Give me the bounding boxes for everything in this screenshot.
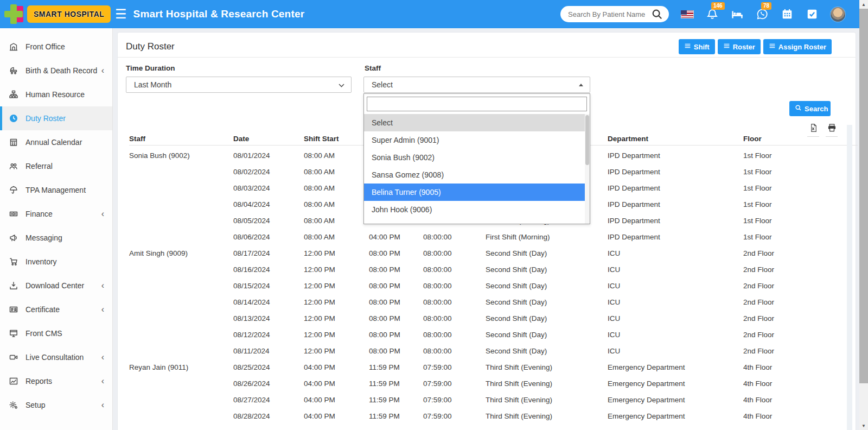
dropdown-scrollbar[interactable]	[585, 114, 590, 224]
table-cell: 08:00 PM	[369, 314, 423, 322]
sidebar-item-referral[interactable]: Referral	[0, 154, 112, 178]
monitor-icon	[9, 329, 20, 338]
sidebar-item-label: Finance	[25, 210, 53, 218]
brand-logo[interactable]: SMART HOSPITAL	[0, 0, 108, 28]
sidebar-item-birth-death-record[interactable]: Birth & Death Record‹	[0, 59, 112, 83]
table-scroll-track[interactable]	[847, 125, 852, 430]
download-icon	[9, 281, 20, 290]
app-title: Smart Hospital & Research Center	[133, 8, 305, 20]
sidebar-item-reports[interactable]: Reports‹	[0, 369, 112, 393]
chevron-left-icon: ‹	[101, 281, 104, 290]
notifications-bell-icon[interactable]: 146	[706, 8, 719, 21]
id-card-icon	[9, 305, 20, 314]
table-cell: 08/12/2024	[233, 331, 304, 339]
table-cell: 04:00 PM	[304, 396, 369, 404]
table-cell: IPD Department	[608, 168, 743, 176]
umbrella-icon	[9, 186, 20, 194]
table-cell: 11:59 PM	[369, 363, 423, 371]
chevron-left-icon: ‹	[101, 401, 104, 409]
staff-option[interactable]: Select	[364, 114, 590, 131]
sidebar-item-live-consultation[interactable]: Live Consultation‹	[0, 345, 112, 369]
user-avatar[interactable]	[831, 7, 845, 22]
table-cell: Emergency Department	[608, 396, 743, 404]
table-cell: 08:00 AM	[304, 217, 369, 225]
table-cell: 08/14/2024	[233, 298, 304, 306]
staff-dropdown-search-input[interactable]	[367, 97, 587, 111]
calendar-icon[interactable]	[781, 8, 794, 21]
sidebar-item-messaging[interactable]: Messaging	[0, 226, 112, 250]
search-button[interactable]: Search	[789, 101, 831, 116]
table-cell: Third Shift (Evening)	[486, 396, 608, 404]
table-cell: Third Shift (Evening)	[486, 380, 608, 388]
human-resource-icon	[9, 90, 20, 99]
list-bars-icon	[684, 42, 691, 51]
sidebar-item-download-center[interactable]: Download Center‹	[0, 274, 112, 298]
table-cell: 08:00:00	[423, 347, 486, 355]
language-flag-icon[interactable]	[681, 8, 694, 21]
assign-roster-button[interactable]: Assign Roster	[763, 39, 832, 54]
sidebar-item-human-resource[interactable]: Human Resource	[0, 83, 112, 106]
table-cell: 08:00:00	[423, 282, 486, 290]
table-cell: 2nd Floor	[743, 331, 841, 339]
tasks-check-icon[interactable]	[806, 8, 819, 21]
gears-icon	[9, 401, 20, 409]
sidebar-item-front-office[interactable]: Front Office	[0, 35, 112, 59]
table-cell: ICU	[608, 282, 743, 290]
column-header: Floor	[743, 135, 841, 143]
table-cell: 07:59:00	[423, 412, 486, 420]
table-cell: 08/25/2024	[233, 363, 304, 371]
patient-search-input[interactable]	[568, 10, 650, 18]
scrollbar-thumb[interactable]	[859, 9, 868, 383]
hospital-cross-icon	[4, 3, 26, 25]
sidebar-item-certificate[interactable]: Certificate‹	[0, 298, 112, 321]
sidebar-toggle-icon[interactable]: ☰	[115, 8, 127, 21]
table-cell: IPD Department	[608, 151, 743, 160]
table-cell: IPD Department	[608, 200, 743, 208]
column-header: Department	[608, 135, 743, 143]
patient-search-box[interactable]	[560, 6, 669, 22]
table-cell: First Shift (Morning)	[486, 233, 608, 241]
time-duration-select[interactable]: Last Month	[126, 77, 352, 93]
scroll-up-arrow-icon[interactable]: ▲	[859, 0, 868, 9]
sidebar-item-front-cms[interactable]: Front CMS	[0, 321, 112, 345]
table-cell: 08/27/2024	[233, 396, 304, 404]
staff-option[interactable]: Super Admin (9001)	[364, 131, 590, 149]
roster-button[interactable]: Roster	[718, 39, 761, 54]
sidebar-item-label: Front CMS	[25, 329, 62, 338]
sidebar-item-annual-calendar[interactable]: Annual Calendar	[0, 130, 112, 154]
whatsapp-icon[interactable]: 78	[756, 8, 769, 21]
table-cell: 08:00:00	[423, 249, 486, 257]
annual-calendar-icon	[9, 138, 20, 147]
staff-option[interactable]: Sansa Gomez (9008)	[364, 166, 590, 184]
sidebar-item-inventory[interactable]: Inventory	[0, 250, 112, 274]
table-cell: 08:00 AM	[304, 168, 369, 176]
staff-option[interactable]: Brad Frost (9003)	[364, 218, 590, 224]
shift-button[interactable]: Shift	[679, 39, 715, 54]
sidebar-item-setup[interactable]: Setup‹	[0, 393, 112, 417]
staff-option[interactable]: Belina Turner (9005)	[364, 184, 590, 201]
megaphone-icon	[9, 233, 20, 242]
top-header: SMART HOSPITAL ☰ Smart Hospital & Resear…	[0, 0, 859, 28]
staff-option[interactable]: John Hook (9006)	[364, 201, 590, 218]
staff-option[interactable]: Sonia Bush (9002)	[364, 149, 590, 166]
search-icon[interactable]	[650, 8, 663, 21]
chart-line-icon	[9, 377, 20, 385]
sidebar-item-tpa-management[interactable]: TPA Management	[0, 178, 112, 202]
whatsapp-badge: 78	[761, 2, 771, 10]
table-cell: 08/11/2024	[233, 347, 304, 355]
table-cell: 4th Floor	[743, 363, 841, 371]
table-cell: 04:00 PM	[369, 233, 423, 241]
chevron-left-icon: ‹	[101, 210, 104, 218]
sidebar-item-finance[interactable]: Finance‹	[0, 202, 112, 226]
window-scrollbar[interactable]: ▲ ▼	[859, 0, 868, 430]
table-cell: 08:00 AM	[304, 184, 369, 192]
bed-status-icon[interactable]	[731, 8, 744, 21]
table-cell: 07:59:00	[423, 396, 486, 404]
table-cell: Second Shift (Day)	[486, 298, 608, 306]
staff-select[interactable]: Select	[363, 77, 590, 93]
list-bars-icon	[769, 42, 776, 51]
clock-icon	[9, 114, 20, 123]
sidebar-item-duty-roster[interactable]: Duty Roster	[0, 106, 112, 130]
chevron-left-icon: ‹	[101, 305, 104, 314]
scroll-down-arrow-icon[interactable]: ▼	[859, 421, 868, 430]
